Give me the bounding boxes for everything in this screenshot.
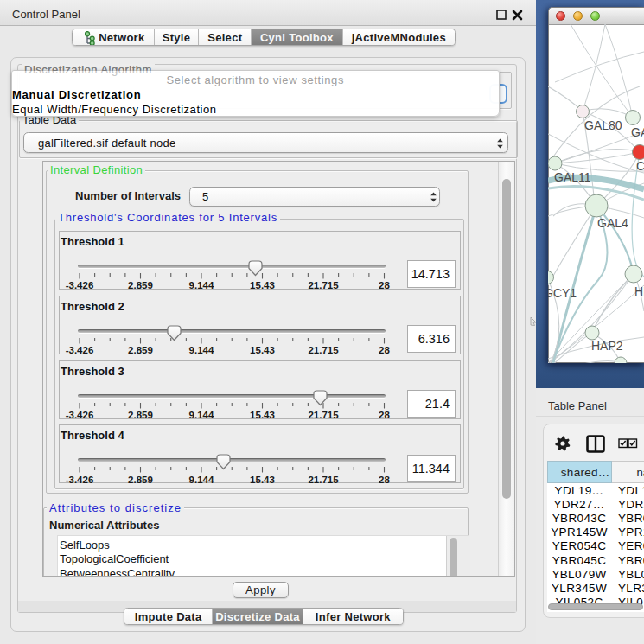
svg-text:HAP2: HAP2 <box>591 339 623 353</box>
svg-text:GAL11: GAL11 <box>554 170 591 184</box>
svg-text:GAL80: GAL80 <box>584 118 622 132</box>
svg-text:GAL4: GAL4 <box>597 216 628 230</box>
svg-text:CYB: CYB <box>636 159 644 173</box>
svg-text:GAL4: GAL4 <box>631 125 644 139</box>
svg-text:GCY1: GCY1 <box>548 286 577 300</box>
svg-text:HIS: HIS <box>634 284 644 298</box>
